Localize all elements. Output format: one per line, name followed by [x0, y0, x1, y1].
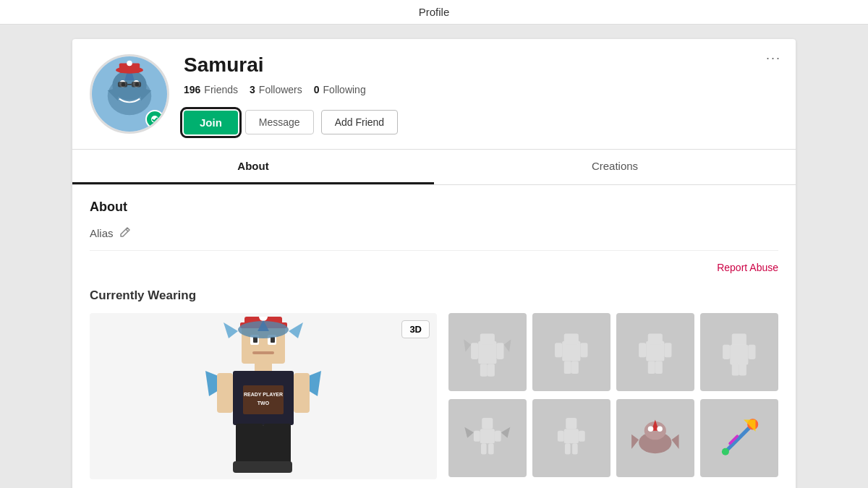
svg-rect-22: [252, 351, 274, 354]
svg-rect-61: [648, 361, 655, 374]
item-thumb-1[interactable]: [448, 313, 527, 391]
svg-rect-78: [564, 429, 579, 443]
following-count: 0: [314, 84, 320, 95]
svg-text:TWO: TWO: [258, 401, 270, 406]
svg-rect-63: [732, 334, 746, 347]
followers-stat: 3 Followers: [250, 84, 302, 95]
svg-rect-54: [581, 343, 588, 357]
svg-rect-74: [488, 444, 494, 455]
svg-rect-77: [566, 418, 576, 429]
item-thumb-8[interactable]: [700, 399, 778, 477]
svg-rect-56: [571, 361, 579, 374]
svg-rect-33: [217, 373, 233, 413]
btn-3d[interactable]: 3D: [401, 320, 430, 338]
svg-rect-81: [565, 444, 571, 455]
svg-rect-58: [648, 334, 663, 345]
svg-rect-53: [555, 343, 562, 357]
following-label: Following: [323, 84, 366, 95]
alias-label: Alias: [90, 227, 114, 239]
friends-label: Friends: [204, 84, 238, 95]
add-friend-button[interactable]: Add Friend: [321, 110, 398, 134]
item-thumb-2[interactable]: [532, 313, 610, 391]
svg-rect-7: [118, 82, 127, 87]
svg-rect-72: [495, 431, 501, 442]
svg-point-86: [648, 427, 654, 432]
join-button[interactable]: Join: [184, 111, 238, 134]
message-button[interactable]: Message: [245, 110, 314, 134]
item-thumb-5[interactable]: [448, 399, 527, 477]
svg-rect-50: [488, 364, 495, 377]
alias-edit-icon[interactable]: [119, 226, 131, 240]
svg-rect-66: [749, 345, 756, 359]
profile-card: Samurai 196 Friends 3 Followers 0 Follow…: [72, 39, 796, 488]
friends-count: 196: [184, 84, 200, 95]
svg-rect-49: [480, 364, 488, 377]
profile-header: Samurai 196 Friends 3 Followers 0 Follow…: [72, 39, 796, 149]
following-stat: 0 Following: [314, 84, 366, 95]
svg-rect-79: [558, 431, 564, 442]
main-avatar-view: READY PLAYER TWO: [90, 313, 437, 479]
svg-rect-45: [471, 343, 478, 359]
about-section-title: About: [90, 200, 778, 215]
report-abuse-section: Report Abuse: [90, 261, 778, 274]
svg-rect-73: [481, 444, 487, 455]
svg-text:READY PLAYER: READY PLAYER: [244, 392, 283, 397]
followers-label: Followers: [259, 84, 302, 95]
svg-rect-60: [665, 343, 672, 357]
svg-rect-62: [655, 361, 663, 374]
wearing-title: Currently Wearing: [90, 288, 778, 303]
svg-rect-65: [723, 345, 730, 359]
item-thumb-6[interactable]: [532, 399, 610, 477]
tab-about[interactable]: About: [72, 150, 434, 184]
profile-stats: 196 Friends 3 Followers 0 Following: [184, 84, 778, 95]
currently-wearing-section: Currently Wearing: [90, 288, 778, 479]
svg-rect-37: [233, 461, 265, 473]
svg-marker-41: [224, 322, 238, 338]
alias-row: Alias: [90, 226, 778, 251]
svg-rect-8: [132, 82, 141, 87]
svg-rect-36: [263, 424, 291, 467]
svg-rect-30: [243, 385, 284, 414]
profile-actions: Join Message Add Friend: [184, 110, 778, 134]
svg-rect-80: [579, 431, 585, 442]
svg-rect-67: [732, 363, 739, 376]
main-content: About Alias Report Abuse Currently Weari…: [72, 185, 796, 488]
more-options-button[interactable]: ···: [766, 51, 781, 66]
svg-rect-52: [564, 334, 579, 345]
svg-rect-70: [480, 429, 495, 443]
svg-marker-47: [464, 339, 471, 352]
friends-stat: 196 Friends: [184, 84, 238, 95]
items-grid: [448, 313, 778, 479]
svg-rect-68: [739, 363, 746, 376]
svg-marker-42: [289, 322, 303, 338]
svg-point-87: [658, 427, 663, 432]
tabs-container: About Creations: [72, 149, 796, 185]
svg-rect-55: [564, 361, 571, 374]
svg-rect-34: [294, 373, 310, 413]
svg-rect-35: [236, 424, 263, 467]
tab-creations[interactable]: Creations: [434, 150, 796, 184]
svg-rect-59: [639, 343, 646, 357]
svg-marker-48: [504, 339, 511, 352]
avatar: [90, 54, 169, 134]
svg-rect-46: [497, 343, 504, 359]
profile-username: Samurai: [184, 53, 778, 77]
svg-rect-64: [730, 345, 748, 365]
svg-line-90: [726, 424, 753, 452]
svg-rect-69: [482, 418, 493, 429]
svg-marker-75: [465, 427, 475, 438]
profile-info: Samurai 196 Friends 3 Followers 0 Follow…: [184, 53, 778, 134]
svg-rect-71: [474, 431, 480, 442]
item-thumb-7[interactable]: [616, 399, 694, 477]
svg-rect-26: [255, 364, 272, 371]
svg-marker-76: [501, 427, 511, 438]
svg-rect-82: [572, 444, 578, 455]
page-title: Profile: [419, 6, 450, 18]
svg-marker-89: [631, 435, 639, 449]
wearing-layout: READY PLAYER TWO: [90, 313, 778, 479]
online-badge: [145, 110, 164, 129]
report-abuse-link[interactable]: Report Abuse: [717, 262, 778, 273]
svg-rect-38: [260, 461, 292, 473]
item-thumb-3[interactable]: [616, 313, 694, 391]
item-thumb-4[interactable]: [700, 313, 778, 391]
